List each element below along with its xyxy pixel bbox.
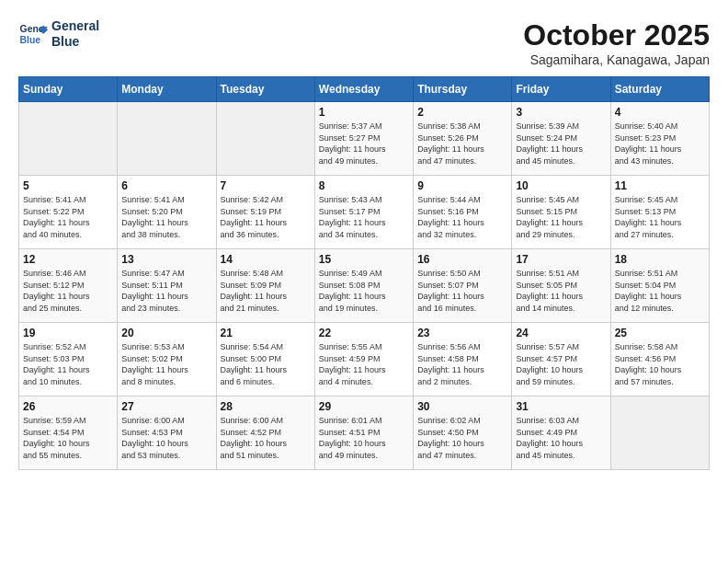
day-number: 16 [417, 253, 507, 266]
day-number: 9 [417, 179, 507, 192]
day-info: Sunrise: 5:43 AM Sunset: 5:17 PM Dayligh… [319, 194, 409, 240]
calendar-cell: 7Sunrise: 5:42 AM Sunset: 5:19 PM Daylig… [216, 176, 314, 249]
calendar-cell: 28Sunrise: 6:00 AM Sunset: 4:52 PM Dayli… [216, 396, 314, 470]
day-info: Sunrise: 6:00 AM Sunset: 4:53 PM Dayligh… [121, 415, 211, 461]
calendar-cell: 15Sunrise: 5:49 AM Sunset: 5:08 PM Dayli… [314, 249, 413, 323]
day-number: 17 [516, 253, 606, 266]
weekday-header: Wednesday [314, 77, 413, 102]
day-number: 26 [23, 400, 113, 413]
weekday-header: Sunday [19, 77, 118, 102]
weekday-header: Thursday [414, 77, 512, 102]
calendar-cell: 1Sunrise: 5:37 AM Sunset: 5:27 PM Daylig… [314, 102, 413, 176]
day-number: 4 [615, 106, 705, 119]
day-info: Sunrise: 5:50 AM Sunset: 5:07 PM Dayligh… [417, 268, 507, 314]
day-info: Sunrise: 6:00 AM Sunset: 4:52 PM Dayligh… [221, 415, 311, 461]
day-number: 8 [319, 179, 409, 192]
location: Sagamihara, Kanagawa, Japan [523, 52, 710, 67]
calendar-cell: 24Sunrise: 5:57 AM Sunset: 4:57 PM Dayli… [512, 323, 610, 396]
calendar-cell: 29Sunrise: 6:01 AM Sunset: 4:51 PM Dayli… [314, 396, 413, 470]
day-number: 28 [221, 400, 311, 413]
month-title: October 2025 [523, 18, 710, 52]
day-info: Sunrise: 5:46 AM Sunset: 5:12 PM Dayligh… [23, 268, 113, 314]
day-number: 22 [319, 327, 409, 339]
weekday-header: Monday [118, 77, 216, 102]
day-info: Sunrise: 5:45 AM Sunset: 5:15 PM Dayligh… [516, 194, 606, 240]
day-number: 6 [121, 179, 211, 192]
calendar-table: SundayMondayTuesdayWednesdayThursdayFrid… [18, 76, 710, 470]
calendar-cell: 11Sunrise: 5:45 AM Sunset: 5:13 PM Dayli… [610, 176, 709, 249]
day-info: Sunrise: 5:41 AM Sunset: 5:22 PM Dayligh… [23, 194, 113, 240]
day-number: 23 [417, 327, 507, 339]
calendar-cell: 12Sunrise: 5:46 AM Sunset: 5:12 PM Dayli… [19, 249, 118, 323]
logo-line2: Blue [51, 34, 99, 50]
calendar-cell: 21Sunrise: 5:54 AM Sunset: 5:00 PM Dayli… [216, 323, 314, 396]
day-info: Sunrise: 5:42 AM Sunset: 5:19 PM Dayligh… [221, 194, 311, 240]
calendar-week-row: 1Sunrise: 5:37 AM Sunset: 5:27 PM Daylig… [19, 102, 710, 176]
calendar-cell: 2Sunrise: 5:38 AM Sunset: 5:26 PM Daylig… [414, 102, 512, 176]
day-number: 7 [221, 179, 311, 192]
day-info: Sunrise: 5:51 AM Sunset: 5:05 PM Dayligh… [516, 268, 606, 314]
day-number: 20 [121, 327, 211, 339]
day-number: 2 [417, 106, 507, 119]
weekday-header: Friday [512, 77, 610, 102]
day-number: 15 [319, 253, 409, 266]
logo-icon: General Blue [18, 19, 48, 49]
calendar-cell: 19Sunrise: 5:52 AM Sunset: 5:03 PM Dayli… [19, 323, 118, 396]
calendar-week-row: 12Sunrise: 5:46 AM Sunset: 5:12 PM Dayli… [19, 249, 710, 323]
weekday-header-row: SundayMondayTuesdayWednesdayThursdayFrid… [19, 77, 710, 102]
calendar-cell [216, 102, 314, 176]
calendar-cell: 18Sunrise: 5:51 AM Sunset: 5:04 PM Dayli… [610, 249, 709, 323]
calendar-week-row: 5Sunrise: 5:41 AM Sunset: 5:22 PM Daylig… [19, 176, 710, 249]
svg-text:Blue: Blue [20, 34, 41, 44]
day-info: Sunrise: 5:52 AM Sunset: 5:03 PM Dayligh… [23, 341, 113, 387]
page-header: General Blue General Blue October 2025 S… [18, 18, 710, 67]
day-number: 27 [121, 400, 211, 413]
day-number: 1 [319, 106, 409, 119]
day-info: Sunrise: 6:01 AM Sunset: 4:51 PM Dayligh… [319, 415, 409, 461]
calendar-cell: 9Sunrise: 5:44 AM Sunset: 5:16 PM Daylig… [414, 176, 512, 249]
day-info: Sunrise: 5:41 AM Sunset: 5:20 PM Dayligh… [121, 194, 211, 240]
day-info: Sunrise: 5:44 AM Sunset: 5:16 PM Dayligh… [417, 194, 507, 240]
calendar-cell: 6Sunrise: 5:41 AM Sunset: 5:20 PM Daylig… [118, 176, 216, 249]
day-number: 11 [615, 179, 705, 192]
day-number: 3 [516, 106, 606, 119]
day-info: Sunrise: 5:56 AM Sunset: 4:58 PM Dayligh… [417, 341, 507, 387]
calendar-cell: 26Sunrise: 5:59 AM Sunset: 4:54 PM Dayli… [19, 396, 118, 470]
calendar-cell: 20Sunrise: 5:53 AM Sunset: 5:02 PM Dayli… [118, 323, 216, 396]
weekday-header: Saturday [610, 77, 709, 102]
day-info: Sunrise: 5:55 AM Sunset: 4:59 PM Dayligh… [319, 341, 409, 387]
calendar-cell: 31Sunrise: 6:03 AM Sunset: 4:49 PM Dayli… [512, 396, 610, 470]
calendar-cell: 25Sunrise: 5:58 AM Sunset: 4:56 PM Dayli… [610, 323, 709, 396]
day-number: 25 [615, 327, 705, 339]
day-info: Sunrise: 5:51 AM Sunset: 5:04 PM Dayligh… [615, 268, 705, 314]
day-number: 5 [23, 179, 113, 192]
weekday-header: Tuesday [216, 77, 314, 102]
day-info: Sunrise: 5:37 AM Sunset: 5:27 PM Dayligh… [319, 121, 409, 167]
day-info: Sunrise: 5:57 AM Sunset: 4:57 PM Dayligh… [516, 341, 606, 387]
day-number: 30 [417, 400, 507, 413]
calendar-cell: 30Sunrise: 6:02 AM Sunset: 4:50 PM Dayli… [414, 396, 512, 470]
day-info: Sunrise: 5:59 AM Sunset: 4:54 PM Dayligh… [23, 415, 113, 461]
day-info: Sunrise: 5:53 AM Sunset: 5:02 PM Dayligh… [121, 341, 211, 387]
day-number: 18 [615, 253, 705, 266]
day-info: Sunrise: 5:48 AM Sunset: 5:09 PM Dayligh… [221, 268, 311, 314]
day-info: Sunrise: 5:58 AM Sunset: 4:56 PM Dayligh… [615, 341, 705, 387]
day-number: 13 [121, 253, 211, 266]
calendar-cell [118, 102, 216, 176]
logo-line1: General [51, 18, 99, 34]
calendar-cell: 27Sunrise: 6:00 AM Sunset: 4:53 PM Dayli… [118, 396, 216, 470]
calendar-cell: 8Sunrise: 5:43 AM Sunset: 5:17 PM Daylig… [314, 176, 413, 249]
calendar-cell [610, 396, 709, 470]
calendar-week-row: 19Sunrise: 5:52 AM Sunset: 5:03 PM Dayli… [19, 323, 710, 396]
day-number: 29 [319, 400, 409, 413]
day-info: Sunrise: 5:39 AM Sunset: 5:24 PM Dayligh… [516, 121, 606, 167]
day-info: Sunrise: 5:45 AM Sunset: 5:13 PM Dayligh… [615, 194, 705, 240]
calendar-cell: 22Sunrise: 5:55 AM Sunset: 4:59 PM Dayli… [314, 323, 413, 396]
calendar-cell [19, 102, 118, 176]
day-number: 10 [516, 179, 606, 192]
day-info: Sunrise: 5:54 AM Sunset: 5:00 PM Dayligh… [221, 341, 311, 387]
day-number: 12 [23, 253, 113, 266]
day-info: Sunrise: 5:40 AM Sunset: 5:23 PM Dayligh… [615, 121, 705, 167]
day-number: 14 [221, 253, 311, 266]
day-info: Sunrise: 5:49 AM Sunset: 5:08 PM Dayligh… [319, 268, 409, 314]
